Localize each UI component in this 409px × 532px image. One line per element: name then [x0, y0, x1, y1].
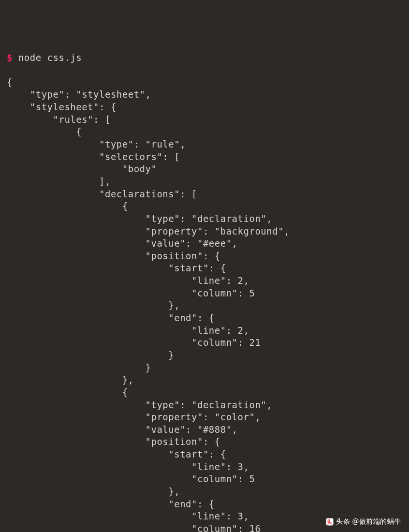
- svg-text:头: 头: [327, 518, 333, 524]
- json-output: { "type": "stylesheet", "stylesheet": { …: [7, 77, 290, 532]
- watermark: 头 头条 @做前端的蜗牛: [325, 517, 401, 526]
- shell-command: node css.js: [18, 52, 82, 63]
- shell-prompt: $: [7, 52, 13, 63]
- watermark-label: 头条: [336, 517, 350, 526]
- watermark-handle: @做前端的蜗牛: [352, 517, 401, 526]
- watermark-icon: 头: [325, 517, 334, 526]
- terminal-output: $ node css.js { "type": "stylesheet", "s…: [7, 52, 409, 532]
